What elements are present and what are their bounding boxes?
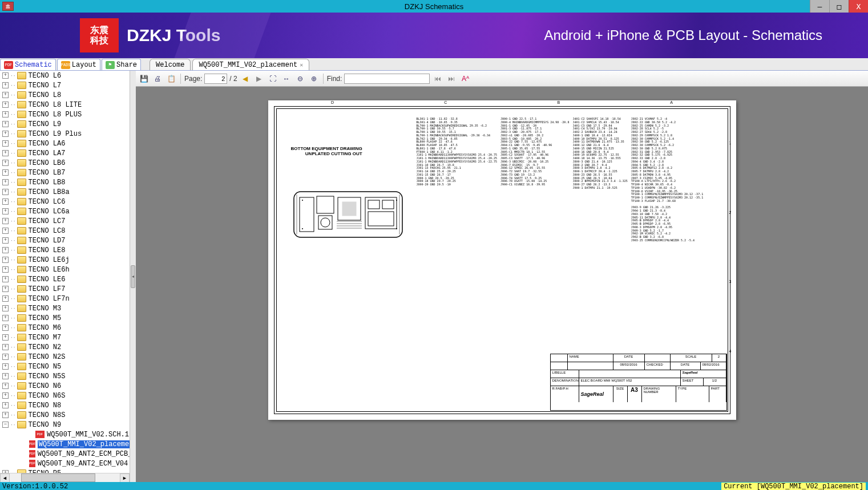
maximize-button[interactable]: □ — [829, 0, 849, 13]
tree-folder[interactable]: +··TECNO N5S — [0, 371, 130, 381]
tree-folder[interactable]: +··TECNO N2S — [0, 352, 130, 362]
expand-icon[interactable]: + — [2, 131, 9, 137]
expand-icon[interactable]: + — [2, 179, 9, 185]
prev-page-button[interactable]: ◀ — [240, 73, 251, 84]
tree-folder[interactable]: +··TECNO LC6 — [0, 197, 130, 206]
tree-folder[interactable]: +··TECNO M7 — [0, 333, 130, 342]
expand-icon[interactable]: + — [2, 257, 9, 263]
expand-icon[interactable]: + — [2, 470, 9, 473]
scroll-track[interactable] — [10, 473, 120, 482]
tree-folder[interactable]: +··TECNO LE8 — [0, 245, 130, 255]
text-style-button[interactable]: Aᴬ — [459, 73, 471, 84]
find-next-button[interactable]: ⏭ — [446, 73, 457, 84]
expand-icon[interactable]: + — [2, 82, 9, 88]
tree-folder[interactable]: +··TECNO LE6j — [0, 255, 130, 265]
tree-folder[interactable]: +··TECNO LD7 — [0, 236, 130, 245]
expand-icon[interactable]: + — [2, 305, 9, 311]
expand-icon[interactable]: + — [2, 286, 9, 292]
tab-schematic[interactable]: PDF Schematic — [0, 59, 56, 70]
tree-folder[interactable]: +··TECNO L8 LITE — [0, 100, 130, 110]
expand-icon[interactable]: + — [2, 315, 9, 321]
expand-icon[interactable]: + — [2, 150, 9, 156]
tree-folder[interactable]: +··TECNO M6 — [0, 323, 130, 333]
expand-icon[interactable]: − — [2, 422, 9, 428]
doc-tab-welcome[interactable]: Welcome — [150, 59, 191, 70]
expand-icon[interactable]: + — [2, 247, 9, 253]
expand-icon[interactable]: + — [2, 169, 9, 176]
tree-folder[interactable]: +··TECNO N2 — [0, 342, 130, 352]
expand-icon[interactable]: + — [2, 392, 9, 399]
expand-icon[interactable]: + — [2, 72, 9, 79]
tree-folder[interactable]: +··TECNO L6 — [0, 71, 130, 80]
page-input[interactable] — [204, 74, 227, 84]
tree-folder[interactable]: +··TECNO LB8 — [0, 177, 130, 187]
expand-icon[interactable]: + — [2, 363, 9, 370]
tree-folder[interactable]: +··TECNO L9 — [0, 119, 130, 129]
expand-icon[interactable]: + — [2, 208, 9, 214]
canvas-area[interactable]: DCBA 1234 BOTTOM EQUIPMENT DRAWING UNPLA… — [136, 87, 868, 482]
scroll-right-icon[interactable]: ► — [120, 473, 130, 482]
tree-folder[interactable]: +··TECNO L8 PLUS — [0, 110, 130, 119]
expand-icon[interactable]: + — [2, 189, 9, 195]
tree-folder[interactable]: −··TECNO N9 — [0, 420, 130, 430]
expand-icon[interactable]: + — [2, 228, 9, 234]
doc-tab-current[interactable]: WQ500T_MMI_V02_placement ✕ — [192, 59, 309, 70]
tree-folder[interactable]: +··TECNO M5 — [0, 313, 130, 323]
tree-folder[interactable]: +··TECNO LE6h — [0, 265, 130, 274]
tree-folder[interactable]: +··TECNO L8 — [0, 90, 130, 100]
expand-icon[interactable]: + — [2, 276, 9, 282]
expand-icon[interactable]: + — [2, 121, 9, 127]
tree-folder[interactable]: +··TECNO N8S — [0, 410, 130, 420]
expand-icon[interactable]: + — [2, 373, 9, 379]
close-button[interactable]: X — [849, 0, 868, 13]
tree-folder[interactable]: +··TECNO LF7n — [0, 294, 130, 303]
tab-share[interactable]: ⚑ Share — [102, 59, 141, 70]
tree-horizontal-scrollbar[interactable]: ◄ ► — [0, 473, 130, 482]
expand-icon[interactable]: + — [2, 266, 9, 273]
tree-folder[interactable]: +··TECNO LB6 — [0, 158, 130, 168]
zoom-in-button[interactable]: ⊕ — [308, 73, 320, 84]
expand-icon[interactable]: + — [2, 102, 9, 108]
tree-folder[interactable]: +··TECNO LC8 — [0, 226, 130, 236]
splitter[interactable]: ◂ — [130, 71, 136, 482]
minimize-button[interactable]: — — [810, 0, 829, 13]
tree-file[interactable]: PDFWQ500T_N9_ANT2_ECM_V04.SCH.1 — [0, 459, 130, 468]
expand-icon[interactable]: + — [2, 295, 9, 302]
tree-scroll[interactable]: +··TECNO L6+··TECNO L7+··TECNO L8+··TECN… — [0, 71, 130, 473]
expand-icon[interactable]: + — [2, 199, 9, 205]
tree-folder[interactable]: +··TECNO P5 — [0, 468, 130, 473]
save-button[interactable]: 💾 — [138, 73, 150, 84]
print-button[interactable]: 🖨 — [152, 73, 163, 84]
next-page-button[interactable]: ▶ — [253, 73, 265, 84]
scroll-thumb[interactable] — [21, 473, 95, 482]
tree-folder[interactable]: +··TECNO LB8a — [0, 187, 130, 197]
tree-file[interactable]: PDFWQ500T_MMI_V02.SCH.1 — [0, 430, 130, 439]
expand-icon[interactable]: + — [2, 111, 9, 118]
tab-layout[interactable]: PADS Layout — [57, 59, 100, 70]
tree-folder[interactable]: +··TECNO LA6 — [0, 139, 130, 148]
tree-folder[interactable]: +··TECNO LA7 — [0, 148, 130, 158]
find-input[interactable] — [344, 74, 430, 84]
tree-folder[interactable]: +··TECNO N5 — [0, 362, 130, 371]
expand-icon[interactable]: + — [2, 325, 9, 331]
tree-folder[interactable]: +··TECNO N6 — [0, 381, 130, 391]
expand-icon[interactable]: + — [2, 354, 9, 360]
expand-icon[interactable]: + — [2, 160, 9, 166]
expand-icon[interactable]: + — [2, 344, 9, 350]
expand-icon[interactable]: + — [2, 412, 9, 418]
tree-folder[interactable]: +··TECNO L7 — [0, 80, 130, 90]
tree-folder[interactable]: +··TECNO LB7 — [0, 168, 130, 177]
expand-icon[interactable]: + — [2, 383, 9, 389]
find-prev-button[interactable]: ⏮ — [432, 73, 443, 84]
expand-icon[interactable]: + — [2, 218, 9, 224]
zoom-out-button[interactable]: ⊖ — [294, 73, 306, 84]
tree-file[interactable]: PDFWQ500T_N9_ANT2_ECM_PCB_V04_P — [0, 449, 130, 459]
expand-icon[interactable]: + — [2, 140, 9, 147]
tree-folder[interactable]: +··TECNO M3 — [0, 303, 130, 313]
expand-icon[interactable]: + — [2, 92, 9, 98]
tree-folder[interactable]: +··TECNO LE6 — [0, 274, 130, 284]
tree-file[interactable]: PDFWQ500T_MMI_V02_placement — [0, 439, 130, 449]
copy-button[interactable]: 📋 — [165, 73, 177, 84]
expand-icon[interactable]: + — [2, 237, 9, 244]
fit-width-button[interactable]: ↔ — [281, 73, 292, 84]
